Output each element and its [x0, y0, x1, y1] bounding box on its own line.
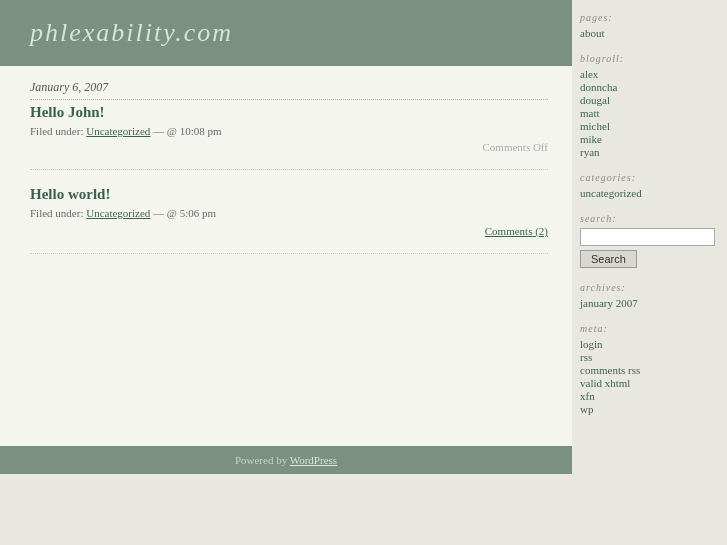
- list-item: dougal: [580, 94, 715, 106]
- post-meta: Filed under: Uncategorized — @ 10:08 pm: [30, 125, 548, 137]
- post-time: — @ 5:06 pm: [153, 207, 216, 219]
- sidebar-pages: pages: about: [580, 12, 715, 39]
- category-uncategorized[interactable]: uncategorized: [580, 187, 642, 199]
- list-item: valid xhtml: [580, 377, 715, 389]
- blogroll-label: blogroll:: [580, 53, 715, 64]
- post-title: Hello world!: [30, 186, 548, 203]
- comments-off: Comments Off: [30, 141, 548, 153]
- meta-list: login rss comments rss valid xhtml xfn w…: [580, 338, 715, 415]
- date-header: January 6, 2007: [30, 80, 548, 100]
- site-footer: Powered by WordPress: [0, 446, 572, 474]
- list-item: michel: [580, 120, 715, 132]
- list-item: login: [580, 338, 715, 350]
- footer-link[interactable]: WordPress: [290, 454, 337, 466]
- meta-label: meta:: [580, 323, 715, 334]
- sidebar-search: search: Search: [580, 213, 715, 268]
- blogroll-list: alex donncha dougal matt michel mike rya…: [580, 68, 715, 158]
- archives-label: archives:: [580, 282, 715, 293]
- search-button[interactable]: Search: [580, 250, 637, 268]
- list-item: donncha: [580, 81, 715, 93]
- sidebar-blogroll: blogroll: alex donncha dougal matt miche…: [580, 53, 715, 158]
- search-label: search:: [580, 213, 715, 224]
- post-item: Hello John! Filed under: Uncategorized —…: [30, 104, 548, 170]
- list-item: rss: [580, 351, 715, 363]
- list-item: about: [580, 27, 715, 39]
- site-title: phlexability.com: [30, 18, 542, 48]
- blogroll-michel[interactable]: michel: [580, 120, 610, 132]
- pages-list: about: [580, 27, 715, 39]
- list-item: uncategorized: [580, 187, 715, 199]
- meta-comments-rss[interactable]: comments rss: [580, 364, 640, 376]
- list-item: mike: [580, 133, 715, 145]
- archive-jan-2007[interactable]: january 2007: [580, 297, 638, 309]
- list-item: january 2007: [580, 297, 715, 309]
- blogroll-alex[interactable]: alex: [580, 68, 598, 80]
- site-header: phlexability.com: [0, 0, 572, 66]
- post-title: Hello John!: [30, 104, 548, 121]
- post-category-link[interactable]: Uncategorized: [86, 207, 150, 219]
- meta-valid-xhtml[interactable]: valid xhtml: [580, 377, 630, 389]
- comments-link-anchor[interactable]: Comments (2): [485, 225, 548, 237]
- archives-list: january 2007: [580, 297, 715, 309]
- meta-rss[interactable]: rss: [580, 351, 592, 363]
- post-time: — @ 10:08 pm: [153, 125, 222, 137]
- meta-wp[interactable]: wp: [580, 403, 593, 415]
- post-title-link[interactable]: Hello John!: [30, 104, 105, 120]
- sidebar: pages: about blogroll: alex donncha doug…: [572, 0, 727, 545]
- meta-login[interactable]: login: [580, 338, 603, 350]
- blogroll-matt[interactable]: matt: [580, 107, 600, 119]
- search-input[interactable]: [580, 228, 715, 246]
- list-item: comments rss: [580, 364, 715, 376]
- blogroll-dougal[interactable]: dougal: [580, 94, 610, 106]
- blogroll-ryan[interactable]: ryan: [580, 146, 600, 158]
- list-item: matt: [580, 107, 715, 119]
- pages-label: pages:: [580, 12, 715, 23]
- post-meta: Filed under: Uncategorized — @ 5:06 pm: [30, 207, 548, 219]
- categories-label: categories:: [580, 172, 715, 183]
- content-area: January 6, 2007 Hello John! Filed under:…: [0, 66, 572, 446]
- footer-text: Powered by: [235, 454, 287, 466]
- comments-link: Comments (2): [30, 225, 548, 237]
- post-title-link[interactable]: Hello world!: [30, 186, 110, 202]
- list-item: ryan: [580, 146, 715, 158]
- post-item: Hello world! Filed under: Uncategorized …: [30, 186, 548, 254]
- post-category-link[interactable]: Uncategorized: [86, 125, 150, 137]
- sidebar-item-about[interactable]: about: [580, 27, 604, 39]
- list-item: alex: [580, 68, 715, 80]
- meta-xfn[interactable]: xfn: [580, 390, 595, 402]
- categories-list: uncategorized: [580, 187, 715, 199]
- list-item: wp: [580, 403, 715, 415]
- sidebar-meta: meta: login rss comments rss valid xhtml…: [580, 323, 715, 415]
- sidebar-categories: categories: uncategorized: [580, 172, 715, 199]
- list-item: xfn: [580, 390, 715, 402]
- blogroll-mike[interactable]: mike: [580, 133, 602, 145]
- sidebar-archives: archives: january 2007: [580, 282, 715, 309]
- blogroll-donncha[interactable]: donncha: [580, 81, 617, 93]
